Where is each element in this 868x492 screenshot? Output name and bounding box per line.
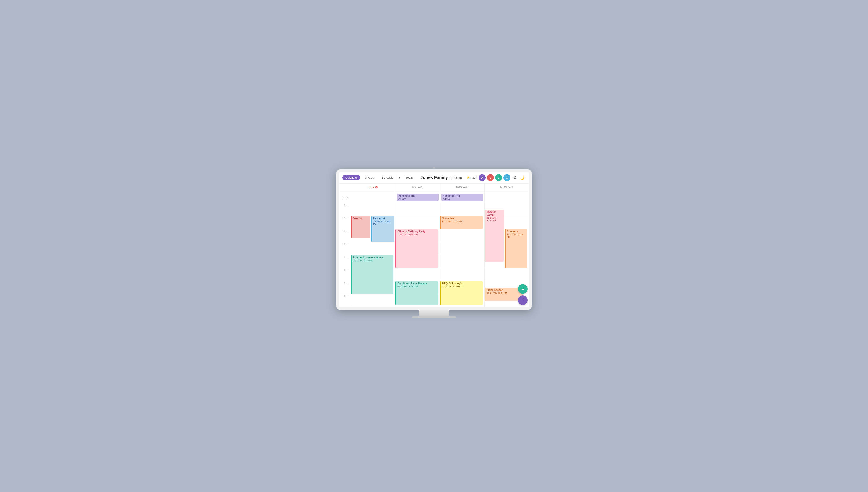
allday-sun: Yosemite Trip All day: [440, 192, 485, 203]
time-2pm: 2 pm: [339, 268, 351, 281]
allday-fri: [351, 192, 395, 203]
theater-camp-event[interactable]: Theater Camp 09:30 AM - 01:30 PM: [485, 210, 504, 262]
hair-appt-event[interactable]: Hair Appt. 10:00 AM - 12:00 PM: [371, 216, 394, 242]
schedule-tab[interactable]: Schedule: [379, 175, 396, 180]
groceries-event[interactable]: Groceries 10:00 AM - 11:00 AM: [440, 216, 483, 229]
avatar-a[interactable]: A: [479, 174, 486, 181]
carolines-shower-event[interactable]: Caroline's Baby Shower 02:30 PM - 04:30 …: [395, 281, 438, 305]
schedule-dropdown[interactable]: ▾: [397, 175, 402, 180]
olivers-birthday-event[interactable]: Oliver's Birthday Party 11:00 AM - 02:00…: [395, 229, 438, 268]
header: Calendar Chores Schedule ▾ Today Jones F…: [339, 172, 529, 183]
allday-label: All day: [339, 192, 351, 203]
calendar-tab[interactable]: Calendar: [342, 175, 360, 180]
mon-column: Theater Camp 09:30 AM - 01:30 PM Cleaner…: [485, 203, 529, 307]
sat-column: Oliver's Birthday Party 11:00 AM - 02:00…: [395, 203, 440, 307]
avatar-group: A C C C: [479, 174, 510, 181]
print-labels-event[interactable]: Print and process labels 01:00 PM - 03:0…: [351, 255, 393, 294]
monitor-stand: [419, 310, 449, 316]
weather-icon: ⛅: [467, 175, 472, 180]
time-3pm: 3 pm: [339, 281, 351, 294]
monitor: Calendar Chores Schedule ▾ Today Jones F…: [336, 169, 532, 310]
avatar-c1[interactable]: C: [487, 174, 494, 181]
allday-mon: [485, 192, 529, 203]
yosemite-sun-event[interactable]: Yosemite Trip All day: [441, 194, 483, 201]
time-12pm: 12 pm: [339, 242, 351, 255]
day-header-mon: MON 7/31: [485, 183, 529, 192]
time-10am: 10 am: [339, 216, 351, 229]
time-4pm: 4 pm: [339, 294, 351, 307]
list-fab-button[interactable]: ≡: [518, 284, 528, 294]
time-9am: 9 am: [339, 203, 351, 216]
allday-sat: Yosemite Trip All day: [395, 192, 440, 203]
bbq-event[interactable]: BBQ @ Stacey's 03:00 PM - 07:00 PM: [440, 281, 483, 305]
day-header-fri: FRI 7/28: [351, 183, 395, 192]
avatar-c2[interactable]: C: [495, 174, 502, 181]
today-button[interactable]: Today: [404, 175, 415, 180]
day-header-sat: SAT 7/29: [395, 183, 440, 192]
piano-lesson-event[interactable]: Piano Lesson 03:30 PM - 04:30 PM: [485, 288, 524, 301]
day-header-sun: SUN 7/30: [440, 183, 485, 192]
time-1pm: 1 pm: [339, 255, 351, 268]
yosemite-sat-event[interactable]: Yosemite Trip All day: [397, 194, 438, 201]
time-header-cell: [339, 183, 351, 192]
settings-button[interactable]: ⚙: [512, 174, 517, 181]
chores-tab[interactable]: Chores: [362, 175, 377, 180]
page-title: Jones Family 10:19 am: [417, 175, 465, 180]
sun-column: Groceries 10:00 AM - 11:00 AM BBQ @ Stac…: [440, 203, 485, 307]
temperature: 82°: [473, 176, 477, 179]
time-11am: 11 am: [339, 229, 351, 242]
dentist-event[interactable]: Dentist: [351, 216, 370, 238]
scene: Calendar Chores Schedule ▾ Today Jones F…: [334, 158, 534, 334]
avatar-c3[interactable]: C: [503, 174, 510, 181]
fri-column: Dentist Hair Appt. 10:00 AM - 12:00 PM P…: [351, 203, 395, 307]
time-labels: 9 am 10 am 11 am 12 pm 1 pm 2 pm 3 pm 4 …: [339, 203, 351, 307]
night-mode-button[interactable]: 🌙: [519, 174, 526, 181]
screen: Calendar Chores Schedule ▾ Today Jones F…: [339, 172, 529, 307]
add-event-button[interactable]: +: [518, 295, 528, 305]
weather-widget: ⛅ 82°: [467, 175, 477, 180]
cleaners-event[interactable]: Cleaners 11:00 AM - 02:00 PM: [505, 229, 527, 268]
